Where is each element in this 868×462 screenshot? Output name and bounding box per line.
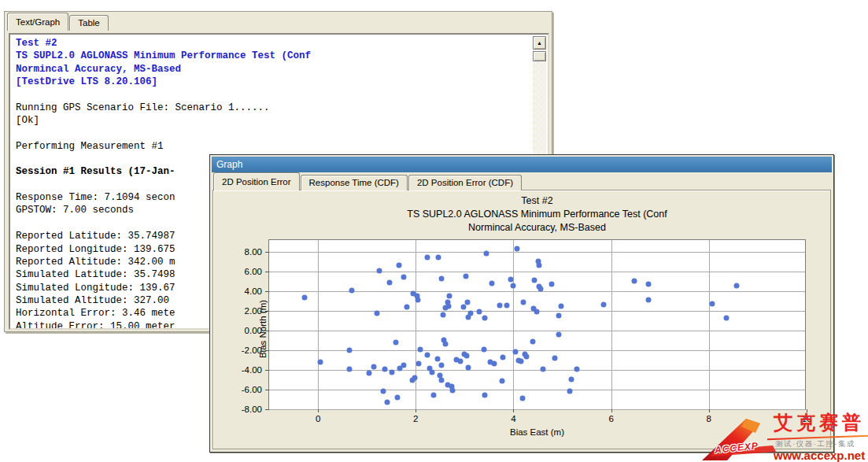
data-point (374, 311, 379, 316)
data-point (600, 302, 606, 308)
data-point (317, 359, 323, 364)
logo-chinese-title: 艾克赛普 (774, 412, 868, 433)
data-point (489, 281, 495, 286)
y-tick-mark (265, 272, 269, 272)
tab-2d-position-error-cdf[interactable]: 2D Position Error (CDF) (408, 175, 522, 190)
console-line: Test #2 (16, 37, 530, 50)
data-point (412, 375, 418, 381)
data-point (401, 363, 407, 368)
data-point (464, 353, 469, 358)
data-point (514, 246, 519, 252)
data-point (646, 282, 652, 287)
gridline-vertical (416, 240, 416, 409)
y-tick-label: 6.00 (245, 267, 262, 276)
data-point (524, 353, 530, 359)
data-point (574, 366, 580, 371)
gridline-horizontal (269, 252, 805, 253)
data-point (390, 370, 395, 375)
data-point (346, 347, 352, 353)
data-point (632, 279, 637, 284)
data-point (436, 254, 441, 260)
data-point (530, 339, 535, 345)
data-point (538, 286, 544, 292)
data-point (521, 299, 526, 305)
data-point (508, 277, 513, 283)
data-point (429, 370, 434, 375)
x-tick-label: 6 (608, 414, 613, 423)
data-point (482, 315, 487, 320)
data-point (384, 399, 390, 405)
data-point (424, 352, 430, 357)
gridline-horizontal (269, 331, 805, 331)
data-point (499, 379, 504, 384)
x-tick-label: 4 (511, 414, 515, 423)
data-point (366, 371, 371, 376)
accexp-logo: ACCEXP 艾克赛普 测试·仪器·工控·集成 www.accexp.net (700, 412, 868, 462)
data-point (549, 282, 554, 287)
graph-window: Graph 2D Position ErrorResponse Time (CD… (209, 154, 834, 453)
graph-window-titlebar[interactable]: Graph (212, 157, 832, 172)
data-point (512, 349, 518, 354)
data-point (484, 251, 489, 257)
chart-title: Test #2 TS SUPL2.0 AGLONASS Minimum Perf… (268, 194, 806, 235)
data-point (347, 366, 353, 371)
data-point (556, 313, 561, 319)
tab-response-time-cdf[interactable]: Response Time (CDF) (301, 175, 408, 190)
console-line (16, 88, 530, 101)
data-point (541, 366, 546, 371)
data-point (431, 392, 437, 397)
data-point (567, 388, 572, 394)
data-point (393, 339, 398, 345)
data-point (396, 263, 401, 268)
gridline-vertical (318, 240, 319, 409)
data-point (458, 359, 464, 364)
data-point (482, 392, 487, 397)
data-point (349, 288, 354, 294)
tab-table[interactable]: Table (69, 15, 109, 31)
gridline-vertical (709, 240, 710, 409)
chart-title-line3: Normincal Accuracy, MS-Based (268, 221, 806, 235)
data-point (401, 275, 406, 280)
data-point (425, 254, 430, 260)
data-point (461, 305, 467, 310)
data-point (531, 277, 537, 283)
data-point (537, 263, 542, 268)
data-point (416, 360, 421, 366)
text-window-tabstrip: Text/GraphTable (7, 14, 109, 31)
data-point (418, 347, 423, 353)
data-point (710, 301, 715, 306)
data-point (416, 298, 421, 303)
data-point (404, 304, 410, 309)
data-point (568, 377, 574, 383)
x-tick-label: 0 (316, 414, 320, 423)
scroll-up-button[interactable]: ▲ (533, 36, 546, 50)
data-point (476, 309, 482, 315)
tab-2d-position-error[interactable]: 2D Position Error (213, 172, 300, 190)
data-point (465, 314, 471, 320)
console-line: Running GPS Scenario File: Scenario 1...… (16, 102, 530, 114)
data-point (724, 315, 729, 320)
y-tick-mark (265, 291, 269, 292)
data-point (519, 359, 524, 364)
chart-title-line1: Test #2 (268, 194, 806, 208)
data-point (447, 294, 452, 299)
tab-text-graph[interactable]: Text/Graph (7, 13, 68, 31)
data-point (382, 366, 387, 371)
y-tick-label: 8.00 (245, 247, 262, 257)
data-point (500, 355, 505, 360)
console-line: TS SUPL2.0 AGLONASS Minimum Performance … (16, 50, 530, 62)
y-tick-label: -6.00 (242, 385, 262, 394)
data-point (465, 300, 471, 305)
data-point (534, 309, 539, 315)
gridline-vertical (611, 240, 612, 409)
data-point (394, 395, 400, 401)
logo-url[interactable]: www.accexp.net (774, 449, 865, 462)
scrollbar-thumb[interactable] (533, 51, 546, 61)
data-point (466, 364, 471, 370)
chart-title-line2: TS SUPL2.0 AGLONASS Minimum Performance … (268, 208, 806, 221)
data-point (734, 283, 740, 288)
x-tick-mark (513, 409, 514, 412)
data-point (559, 304, 564, 309)
console-line (16, 127, 530, 139)
data-point (504, 302, 509, 308)
